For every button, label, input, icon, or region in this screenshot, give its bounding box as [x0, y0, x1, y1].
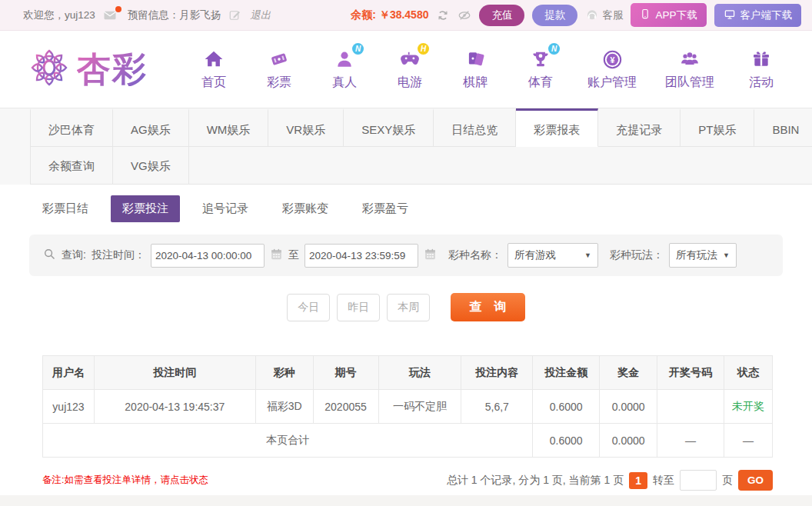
chevron-down-icon: ▼: [723, 251, 730, 259]
site-logo[interactable]: 杏彩: [28, 46, 148, 92]
brand-name: 杏彩: [77, 52, 148, 86]
tab-vg[interactable]: VG娱乐: [113, 147, 189, 185]
play-type-label: 彩种玩法：: [610, 248, 664, 262]
nav-item-promotions[interactable]: 活动: [743, 48, 780, 91]
page: 欢迎您，yuj123 预留信息：月影飞扬 退出 余额: ￥38.4580 充值: [0, 0, 812, 506]
nav-item-account[interactable]: ¥ 账户管理: [587, 48, 637, 91]
recharge-button[interactable]: 充值: [479, 5, 524, 26]
search-button[interactable]: 查 询: [451, 293, 524, 321]
tab-sexy[interactable]: SEXY娱乐: [344, 108, 434, 147]
report-tabbar: 沙巴体育 AG娱乐 WM娱乐 VR娱乐 SEXY娱乐 日结总览 彩票报表 充提记…: [0, 108, 812, 185]
reserved-info: 预留信息：月影飞扬: [128, 8, 221, 22]
nav-item-live[interactable]: N 真人: [326, 48, 363, 91]
team-icon: [678, 48, 701, 71]
ticket-icon: [268, 48, 291, 71]
table-header-row: 用户名 投注时间 彩种 期号 玩法 投注内容 投注金额 奖金 开奖号码 状态: [43, 356, 773, 390]
game-select[interactable]: 所有游戏 ▼: [508, 243, 598, 268]
goto-page-input[interactable]: [680, 470, 717, 491]
col-issue-number: 期号: [313, 356, 378, 390]
calendar-icon[interactable]: [424, 248, 437, 263]
trophy-icon: N: [529, 48, 552, 71]
this-week-button[interactable]: 本周: [387, 294, 430, 321]
tab-ag[interactable]: AG娱乐: [113, 108, 189, 147]
headset-icon: [585, 8, 599, 22]
bets-table: 用户名 投注时间 彩种 期号 玩法 投注内容 投注金额 奖金 开奖号码 状态 y…: [42, 355, 773, 458]
col-bet-content: 投注内容: [461, 356, 533, 390]
tab-balance-query[interactable]: 余额查询: [30, 147, 113, 185]
total-status-dash: —: [724, 424, 773, 458]
nav-item-sports[interactable]: N 体育: [522, 48, 559, 91]
balance: 余额: ￥38.4580: [351, 8, 428, 22]
app-download-button[interactable]: APP下载: [631, 3, 706, 27]
cell-issue-number: 2020055: [313, 390, 378, 424]
search-icon: [43, 248, 56, 263]
tab-pt[interactable]: PT娱乐: [681, 108, 754, 147]
time-to-input[interactable]: [304, 244, 418, 268]
gamepad-icon: H: [398, 48, 421, 71]
gift-icon: [750, 48, 773, 71]
col-draw-number: 开奖号码: [657, 356, 724, 390]
today-button[interactable]: 今日: [287, 294, 330, 321]
subtab-lottery-account-change[interactable]: 彩票账变: [271, 195, 340, 222]
cell-bet-time: 2020-04-13 19:45:37: [94, 390, 255, 424]
nav-item-cards[interactable]: 棋牌: [457, 48, 494, 91]
nav-item-team[interactable]: 团队管理: [665, 48, 714, 91]
coin-icon: ¥: [601, 48, 624, 71]
balance-label: 余额:: [351, 8, 376, 21]
quick-buttons: 今日 昨日 本周 查 询: [0, 293, 812, 321]
tab-vr[interactable]: VR娱乐: [268, 108, 344, 147]
time-from-input[interactable]: [151, 244, 265, 268]
customer-service-link[interactable]: 客服: [585, 8, 623, 22]
tab-row-1: 沙巴体育 AG娱乐 WM娱乐 VR娱乐 SEXY娱乐 日结总览 彩票报表 充提记…: [0, 108, 812, 147]
logo-flower-icon: [28, 46, 71, 92]
tab-deposit-withdraw-records[interactable]: 充提记录: [598, 108, 681, 147]
refresh-icon[interactable]: [436, 8, 450, 22]
subtab-chase-records[interactable]: 追号记录: [191, 195, 260, 222]
calendar-icon[interactable]: [270, 248, 283, 263]
bet-time-label: 投注时间：: [92, 248, 145, 262]
pagination-summary: 总计 1 个记录, 分为 1 页, 当前第 1 页: [447, 474, 624, 488]
nav-item-egames[interactable]: H 电游: [391, 48, 428, 91]
remark-note: 备注:如需查看投注单详情，请点击状态: [42, 474, 208, 487]
subtab-lottery-daily[interactable]: 彩票日结: [31, 195, 100, 222]
col-bet-time: 投注时间: [94, 356, 255, 390]
edit-icon[interactable]: [228, 8, 242, 22]
logout-link[interactable]: 退出: [250, 8, 271, 22]
cell-prize: 0.0000: [600, 390, 657, 424]
tab-bbin[interactable]: BBIN: [754, 108, 812, 147]
table-total-row: 本页合计 0.6000 0.0000 — —: [43, 424, 773, 458]
subtab-lottery-bets[interactable]: 彩票投注: [111, 195, 180, 222]
game-select-value: 所有游戏: [514, 248, 556, 262]
eye-hide-icon[interactable]: [458, 8, 471, 22]
tab-wm[interactable]: WM娱乐: [189, 108, 269, 147]
client-download-button[interactable]: 客户端下载: [714, 4, 802, 27]
nav-item-lottery[interactable]: 彩票: [261, 48, 298, 91]
col-status: 状态: [724, 356, 773, 390]
tab-daily-overview[interactable]: 日结总览: [434, 108, 516, 147]
tab-shaba-sports[interactable]: 沙巴体育: [30, 108, 113, 147]
goto-label: 转至: [653, 474, 674, 488]
play-select[interactable]: 所有玩法 ▼: [669, 243, 737, 268]
yesterday-button[interactable]: 昨日: [337, 294, 380, 321]
play-select-value: 所有玩法: [676, 248, 717, 262]
subtab-lottery-profit-loss[interactable]: 彩票盈亏: [351, 195, 420, 222]
go-button[interactable]: GO: [738, 470, 773, 491]
customer-service-label: 客服: [602, 8, 623, 22]
cards-icon: [464, 48, 487, 71]
total-draw-number-dash: —: [657, 424, 724, 458]
cell-username: yuj123: [43, 390, 95, 424]
bets-table-wrap: 用户名 投注时间 彩种 期号 玩法 投注内容 投注金额 奖金 开奖号码 状态 y…: [42, 355, 773, 458]
nav-item-home[interactable]: 首页: [195, 48, 232, 91]
tab-lottery-report[interactable]: 彩票报表: [516, 108, 598, 147]
notification-dot: [115, 6, 121, 12]
home-icon: [202, 48, 225, 71]
cell-status-link[interactable]: 未开奖: [724, 390, 773, 424]
balance-value: ￥38.4580: [379, 8, 429, 21]
col-prize: 奖金: [600, 356, 657, 390]
mail-icon[interactable]: [103, 8, 120, 22]
table-footer: 备注:如需查看投注单详情，请点击状态 总计 1 个记录, 分为 1 页, 当前第…: [42, 470, 773, 491]
withdraw-button[interactable]: 提款: [532, 5, 577, 26]
app-download-label: APP下载: [655, 8, 697, 22]
client-download-label: 客户端下载: [740, 8, 793, 22]
current-page-badge[interactable]: 1: [629, 472, 647, 489]
